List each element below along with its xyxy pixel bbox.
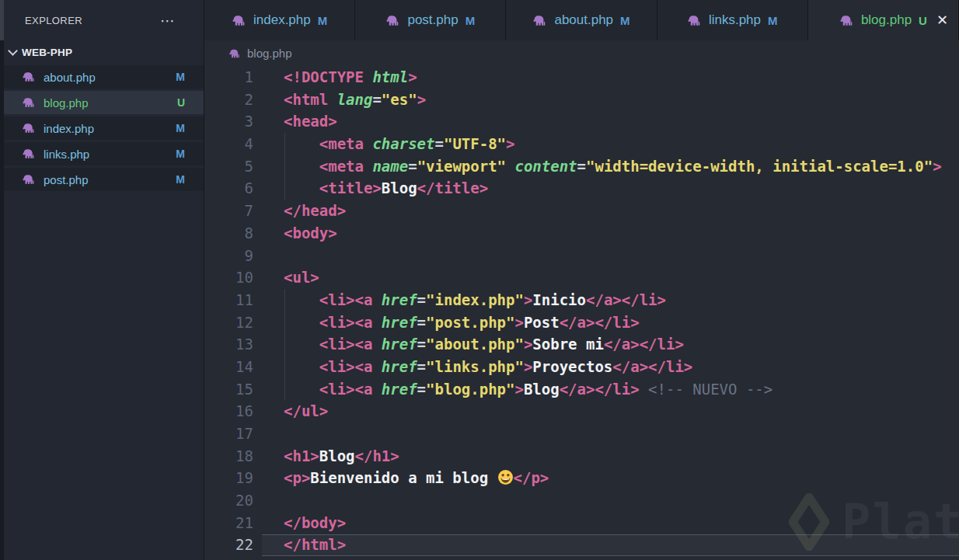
code-line-3[interactable]: 3<head> — [204, 110, 959, 133]
line-content: <meta name="viewport" content="width=dev… — [284, 155, 942, 178]
line-content: <li><a href="post.php">Post</a></li> — [284, 311, 640, 334]
editor-tabs-bar: index.phpMpost.phpMabout.phpMlinks.phpMb… — [204, 0, 959, 40]
code-line-23[interactable]: 23 — [204, 556, 959, 560]
git-status-badge: M — [768, 14, 778, 27]
code-line-4[interactable]: 4 <meta charset="UTF-8"> — [204, 133, 959, 155]
code-line-16[interactable]: 16</ul> — [204, 400, 959, 423]
code-line-5[interactable]: 5 <meta name="viewport" content="width=d… — [204, 155, 959, 178]
tab-about.php[interactable]: about.phpM — [506, 0, 657, 40]
tab-label: index.php — [253, 12, 311, 28]
code-line-19[interactable]: 19<p>Bienvenido a mi blog </p> — [204, 467, 959, 489]
line-number: 18 — [204, 445, 253, 468]
chevron-down-icon — [8, 46, 18, 56]
file-name: blog.php — [44, 96, 89, 110]
code-line-18[interactable]: 18<h1>Blog</h1> — [204, 445, 959, 468]
git-status-badge: M — [176, 122, 185, 134]
breadcrumb-file: blog.php — [247, 47, 292, 60]
git-status-badge: M — [176, 173, 185, 186]
file-name: about.php — [44, 71, 96, 84]
code-line-2[interactable]: 2<html lang="es"> — [204, 89, 959, 111]
line-number: 17 — [204, 423, 253, 445]
line-number: 13 — [204, 333, 253, 356]
folder-web-php[interactable]: WEB-PHP — [0, 40, 204, 64]
file-item-links.php[interactable]: links.phpM — [0, 142, 204, 165]
code-line-12[interactable]: 12 <li><a href="post.php">Post</a></li> — [204, 311, 959, 334]
php-file-icon — [22, 121, 36, 135]
code-area[interactable]: Platzi 1<!DOCTYPE html>2<html lang="es">… — [204, 66, 959, 560]
line-content: <title>Blog</title> — [284, 177, 488, 200]
code-line-7[interactable]: 7</head> — [204, 200, 959, 222]
line-number: 9 — [204, 245, 253, 267]
more-actions-icon[interactable]: ⋯ — [160, 12, 176, 30]
left-edge-strip-top — [0, 0, 4, 40]
tab-index.php[interactable]: index.phpM — [204, 0, 355, 40]
php-file-icon — [22, 96, 36, 110]
code-line-21[interactable]: 21</body> — [204, 512, 959, 534]
line-content: <ul> — [284, 266, 319, 289]
line-number: 5 — [204, 155, 253, 178]
line-content: <p>Bienvenido a mi blog </p> — [284, 467, 549, 489]
code-line-22[interactable]: 22</html> — [204, 534, 959, 556]
line-content: <body> — [284, 222, 337, 245]
php-file-icon — [22, 70, 36, 84]
line-content: <li><a href="about.php">Sobre mi</a></li… — [284, 333, 684, 356]
line-number: 21 — [204, 512, 253, 534]
file-item-about.php[interactable]: about.phpM — [0, 65, 204, 89]
code-line-10[interactable]: 10<ul> — [204, 266, 959, 289]
breadcrumb[interactable]: blog.php — [204, 40, 959, 66]
line-content: <meta charset="UTF-8"> — [284, 133, 514, 155]
line-content: <head> — [284, 110, 337, 133]
line-content: <!DOCTYPE html> — [284, 66, 417, 89]
close-icon[interactable]: ✕ — [936, 13, 948, 27]
tab-links.php[interactable]: links.phpM — [657, 0, 808, 40]
line-number: 8 — [204, 222, 253, 245]
code-line-9[interactable]: 9 — [204, 245, 959, 267]
git-status-badge: U — [919, 14, 927, 27]
line-number: 2 — [204, 89, 253, 111]
code-line-13[interactable]: 13 <li><a href="about.php">Sobre mi</a><… — [204, 333, 959, 356]
file-item-post.php[interactable]: post.phpM — [0, 168, 204, 191]
code-line-1[interactable]: 1<!DOCTYPE html> — [204, 66, 959, 89]
php-file-icon — [228, 47, 241, 60]
php-file-icon — [22, 172, 36, 186]
php-file-icon — [22, 147, 36, 161]
file-name: index.php — [44, 122, 94, 135]
line-number: 23 — [204, 556, 253, 560]
tab-label: about.php — [554, 12, 613, 28]
git-status-badge: M — [176, 148, 185, 160]
php-file-icon — [232, 13, 246, 28]
line-content: </ul> — [284, 400, 328, 423]
code-line-6[interactable]: 6 <title>Blog</title> — [204, 177, 959, 200]
left-edge-strip-bottom — [0, 40, 4, 560]
code-line-17[interactable]: 17 — [204, 423, 959, 445]
folder-label: WEB-PHP — [22, 47, 72, 58]
explorer-title: EXPLORER — [25, 15, 82, 26]
tab-blog.php[interactable]: blog.phpU✕ — [808, 0, 959, 40]
line-number: 4 — [204, 133, 253, 155]
line-number: 6 — [204, 177, 253, 200]
explorer-sidebar: EXPLORER ⋯ WEB-PHP about.phpMblog.phpUin… — [0, 0, 204, 560]
line-number: 22 — [204, 534, 253, 556]
file-item-blog.php[interactable]: blog.phpU — [0, 91, 204, 114]
code-line-15[interactable]: 15 <li><a href="blog.php">Blog</a></li> … — [204, 378, 959, 401]
tab-post.php[interactable]: post.phpM — [355, 0, 506, 40]
line-content: </html> — [284, 534, 346, 556]
line-content: <h1>Blog</h1> — [284, 445, 399, 468]
code-line-20[interactable]: 20 — [204, 489, 959, 512]
php-file-icon — [385, 13, 400, 28]
git-status-badge: M — [620, 14, 630, 27]
line-number: 20 — [204, 489, 253, 512]
line-number: 14 — [204, 356, 253, 378]
file-item-index.php[interactable]: index.phpM — [0, 117, 204, 140]
file-name: links.php — [44, 148, 89, 161]
line-content: <li><a href="links.php">Proyectos</a></l… — [284, 356, 692, 378]
code-line-8[interactable]: 8<body> — [204, 222, 959, 245]
code-line-11[interactable]: 11 <li><a href="index.php">Inicio</a></l… — [204, 289, 959, 311]
file-list: about.phpMblog.phpUindex.phpMlinks.phpMp… — [0, 65, 204, 191]
code-line-14[interactable]: 14 <li><a href="links.php">Proyectos</a>… — [204, 356, 959, 378]
line-number: 12 — [204, 311, 253, 334]
php-file-icon — [532, 13, 547, 28]
php-file-icon — [839, 13, 854, 28]
git-status-badge: U — [177, 96, 185, 109]
line-number: 19 — [204, 467, 253, 489]
